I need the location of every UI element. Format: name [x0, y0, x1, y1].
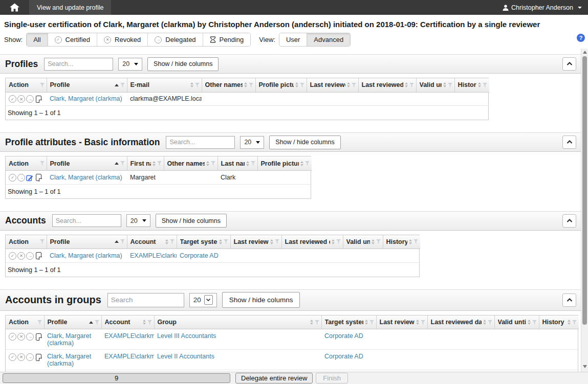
edit-icon[interactable]: [26, 174, 34, 182]
column-header-history[interactable]: History: [383, 235, 420, 249]
column-header-valid-until[interactable]: Valid until: [494, 315, 539, 329]
filter-button-pending[interactable]: Pending: [203, 33, 251, 46]
column-header-profile[interactable]: Profile: [47, 235, 127, 249]
delegate-icon[interactable]: →: [26, 353, 34, 361]
cell-link[interactable]: Clark, Margaret (clarkma): [47, 353, 91, 367]
home-button[interactable]: [0, 0, 29, 15]
user-menu[interactable]: Christopher Anderson: [496, 0, 588, 15]
history-note-icon[interactable]: [36, 174, 41, 181]
history-note-icon[interactable]: [36, 354, 41, 361]
cell-link[interactable]: Clark, Margaret (clarkma): [47, 332, 91, 347]
column-header-last-reviewer[interactable]: Last reviewer: [307, 78, 358, 92]
column-header-account[interactable]: Account: [101, 315, 154, 329]
column-header-last-reviewed-date[interactable]: Last reviewed date: [427, 315, 494, 329]
filter-button-certified[interactable]: ✓ Certified: [48, 33, 97, 46]
collapse-section-button[interactable]: [562, 214, 576, 228]
column-header-last-name[interactable]: Last name: [217, 156, 257, 170]
certify-icon[interactable]: ✓: [9, 95, 16, 103]
collapse-section-button[interactable]: [562, 135, 576, 149]
column-header-other-names[interactable]: Other names: [202, 78, 255, 92]
cell-link[interactable]: EXAMPLE\clarkma: [130, 252, 177, 259]
revoke-icon[interactable]: ✕: [17, 95, 25, 103]
certify-icon[interactable]: ✓: [9, 333, 16, 341]
column-header-profile[interactable]: Profile: [47, 78, 127, 92]
scrollbar-thumb[interactable]: [582, 56, 587, 325]
column-header-action[interactable]: Action: [6, 78, 47, 92]
page-size-select[interactable]: 20: [126, 214, 150, 227]
search-input[interactable]: [44, 58, 113, 71]
column-header-valid-until[interactable]: Valid until: [343, 235, 383, 249]
help-icon[interactable]: ?: [577, 34, 585, 42]
delegate-entire-review-button[interactable]: Delegate entire review: [235, 373, 313, 383]
collapse-section-button[interactable]: [562, 57, 576, 71]
show-hide-columns-button[interactable]: Show / hide columns: [269, 135, 340, 149]
filter-button-all[interactable]: All: [27, 33, 48, 46]
history-note-icon[interactable]: [36, 96, 41, 103]
history-note-icon[interactable]: [36, 252, 41, 259]
column-header-profile[interactable]: Profile: [47, 156, 127, 170]
certify-icon[interactable]: ✓: [9, 353, 16, 361]
sort-icon: [206, 161, 209, 166]
cell-link[interactable]: EXAMPLE\clarkma: [104, 353, 154, 360]
column-header-action[interactable]: Action: [6, 315, 44, 329]
scroll-up-arrow-icon[interactable]: [583, 51, 587, 54]
cell-link[interactable]: Corporate AD: [324, 353, 363, 360]
certify-icon[interactable]: ✓: [9, 252, 16, 260]
column-header-valid-until[interactable]: Valid until: [416, 78, 454, 92]
certify-icon[interactable]: ✓: [9, 174, 16, 182]
filter-button-revoked[interactable]: ✕ Revoked: [97, 33, 148, 46]
revoke-icon[interactable]: ✕: [17, 252, 25, 260]
column-header-last-reviewer[interactable]: Last reviewer: [230, 235, 281, 249]
sort-icon: [332, 239, 335, 244]
page-size-select[interactable]: 20: [118, 58, 142, 71]
cell-link[interactable]: Corporate AD: [180, 252, 219, 259]
column-header-action[interactable]: Action: [6, 235, 47, 249]
revoke-icon[interactable]: ✕: [17, 353, 25, 361]
delegate-icon[interactable]: →: [26, 333, 34, 341]
filter-button-delegated[interactable]: → Delegated: [148, 33, 203, 46]
cell-link[interactable]: Clark, Margaret (clarkma): [50, 95, 122, 102]
column-header-history[interactable]: History: [539, 315, 579, 329]
show-hide-columns-button[interactable]: Show / hide columns: [147, 57, 219, 71]
page-size-select[interactable]: 20: [240, 136, 264, 149]
column-header-account[interactable]: Account: [127, 235, 177, 249]
show-hide-columns-button[interactable]: Show / hide columns: [222, 292, 300, 308]
collapse-section-button[interactable]: [562, 293, 576, 307]
column-header-history[interactable]: History: [454, 78, 489, 92]
page-size-select[interactable]: 20: [189, 293, 217, 307]
cell-link[interactable]: Level III Accountants: [157, 332, 216, 340]
column-header-other-names[interactable]: Other names: [164, 156, 217, 170]
search-input[interactable]: [166, 136, 235, 149]
scroll-down-arrow-icon[interactable]: [583, 365, 587, 368]
cell-link[interactable]: Corporate AD: [324, 332, 363, 340]
column-header-action[interactable]: Action: [6, 156, 47, 170]
column-header-profile[interactable]: Profile: [44, 315, 101, 329]
cell-link[interactable]: Clark, Margaret (clarkma): [50, 252, 122, 259]
finish-button[interactable]: Finish: [316, 373, 348, 383]
column-header-first-name[interactable]: First name: [127, 156, 164, 170]
view-button-advanced[interactable]: Advanced: [307, 33, 350, 46]
vertical-scrollbar[interactable]: [581, 49, 588, 372]
column-header-target-system[interactable]: Target system: [177, 235, 230, 249]
column-header-profile-picture[interactable]: Profile picture: [257, 156, 312, 170]
search-input[interactable]: [52, 214, 121, 227]
column-header-last-reviewed-date[interactable]: Last reviewed date: [281, 235, 343, 249]
delegate-icon[interactable]: →: [26, 95, 34, 103]
column-header-group[interactable]: Group: [154, 315, 321, 329]
cell-link[interactable]: Clark, Margaret (clarkma): [50, 174, 122, 181]
cell-link[interactable]: EXAMPLE\clarkma: [104, 332, 154, 340]
cell-link[interactable]: Level II Accountants: [157, 353, 214, 360]
delegate-icon[interactable]: →: [17, 174, 25, 182]
column-header-last-reviewed-date[interactable]: Last reviewed date: [358, 78, 416, 92]
search-input[interactable]: [107, 293, 184, 307]
column-header-e-mail[interactable]: E-mail: [127, 78, 202, 92]
column-header-last-reviewer[interactable]: Last reviewer: [376, 315, 427, 329]
delegate-icon[interactable]: →: [26, 252, 34, 260]
tab-view-and-update-profile[interactable]: View and update profile: [29, 0, 111, 15]
column-header-target-system[interactable]: Target system: [321, 315, 376, 329]
view-button-user[interactable]: User: [279, 33, 307, 46]
history-note-icon[interactable]: [36, 333, 41, 341]
column-header-profile-picture[interactable]: Profile picture: [255, 78, 307, 92]
revoke-icon[interactable]: ✕: [17, 333, 25, 341]
show-hide-columns-button[interactable]: Show / hide columns: [156, 214, 227, 228]
